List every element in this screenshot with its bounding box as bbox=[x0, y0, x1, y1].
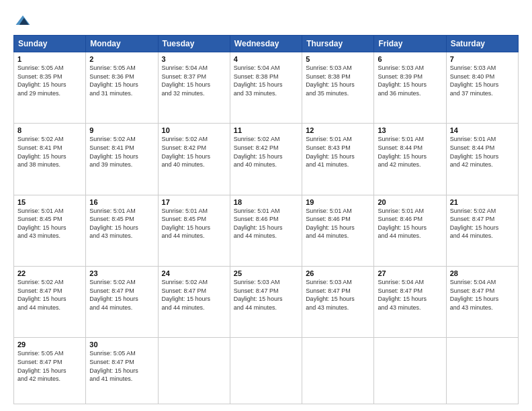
day-info: Sunrise: 5:01 AM Sunset: 8:45 PM Dayligh… bbox=[89, 207, 154, 240]
day-number: 18 bbox=[234, 198, 298, 206]
calendar-cell: 30Sunrise: 5:05 AM Sunset: 8:47 PM Dayli… bbox=[86, 338, 158, 404]
logo-icon bbox=[13, 11, 32, 30]
calendar-day-header: Sunday bbox=[14, 36, 86, 52]
calendar-day-header: Thursday bbox=[302, 36, 374, 52]
day-number: 5 bbox=[306, 55, 370, 63]
day-info: Sunrise: 5:03 AM Sunset: 8:47 PM Dayligh… bbox=[234, 278, 298, 312]
day-number: 29 bbox=[17, 340, 82, 349]
day-number: 9 bbox=[89, 126, 154, 134]
day-info: Sunrise: 5:03 AM Sunset: 8:38 PM Dayligh… bbox=[306, 64, 370, 97]
day-number: 8 bbox=[17, 126, 82, 134]
day-info: Sunrise: 5:05 AM Sunset: 8:36 PM Dayligh… bbox=[89, 64, 154, 97]
day-number: 11 bbox=[234, 126, 298, 134]
calendar-cell: 11Sunrise: 5:02 AM Sunset: 8:42 PM Dayli… bbox=[230, 124, 302, 195]
calendar-cell bbox=[158, 338, 230, 404]
day-number: 10 bbox=[162, 126, 226, 134]
day-info: Sunrise: 5:04 AM Sunset: 8:47 PM Dayligh… bbox=[378, 278, 442, 312]
day-info: Sunrise: 5:01 AM Sunset: 8:46 PM Dayligh… bbox=[306, 207, 370, 240]
calendar-cell bbox=[302, 338, 374, 404]
logo bbox=[13, 11, 35, 30]
calendar-table: SundayMondayTuesdayWednesdayThursdayFrid… bbox=[13, 35, 519, 404]
calendar-cell: 1Sunrise: 5:05 AM Sunset: 8:35 PM Daylig… bbox=[14, 52, 86, 124]
day-number: 21 bbox=[450, 198, 515, 206]
day-info: Sunrise: 5:01 AM Sunset: 8:44 PM Dayligh… bbox=[378, 135, 442, 169]
calendar-cell: 17Sunrise: 5:01 AM Sunset: 8:45 PM Dayli… bbox=[158, 195, 230, 266]
calendar-cell: 16Sunrise: 5:01 AM Sunset: 8:45 PM Dayli… bbox=[86, 195, 158, 266]
calendar-cell: 14Sunrise: 5:01 AM Sunset: 8:44 PM Dayli… bbox=[446, 124, 518, 195]
day-number: 15 bbox=[17, 198, 82, 206]
day-number: 13 bbox=[378, 126, 442, 134]
calendar-cell: 20Sunrise: 5:01 AM Sunset: 8:46 PM Dayli… bbox=[374, 195, 446, 266]
calendar-week-row: 15Sunrise: 5:01 AM Sunset: 8:45 PM Dayli… bbox=[14, 195, 519, 266]
calendar-cell: 10Sunrise: 5:02 AM Sunset: 8:42 PM Dayli… bbox=[158, 124, 230, 195]
calendar-day-header: Wednesday bbox=[230, 36, 302, 52]
day-number: 30 bbox=[89, 340, 154, 349]
day-info: Sunrise: 5:01 AM Sunset: 8:45 PM Dayligh… bbox=[162, 207, 226, 240]
calendar-cell: 8Sunrise: 5:02 AM Sunset: 8:41 PM Daylig… bbox=[14, 124, 86, 195]
calendar-cell: 5Sunrise: 5:03 AM Sunset: 8:38 PM Daylig… bbox=[302, 52, 374, 124]
calendar-header-row: SundayMondayTuesdayWednesdayThursdayFrid… bbox=[14, 36, 519, 52]
day-info: Sunrise: 5:01 AM Sunset: 8:46 PM Dayligh… bbox=[378, 207, 442, 240]
day-number: 23 bbox=[89, 269, 154, 277]
calendar-cell: 6Sunrise: 5:03 AM Sunset: 8:39 PM Daylig… bbox=[374, 52, 446, 124]
calendar-cell: 3Sunrise: 5:04 AM Sunset: 8:37 PM Daylig… bbox=[158, 52, 230, 124]
calendar-cell: 27Sunrise: 5:04 AM Sunset: 8:47 PM Dayli… bbox=[374, 266, 446, 337]
calendar-day-header: Friday bbox=[374, 36, 446, 52]
calendar-cell: 29Sunrise: 5:05 AM Sunset: 8:47 PM Dayli… bbox=[14, 338, 86, 404]
calendar-cell: 7Sunrise: 5:03 AM Sunset: 8:40 PM Daylig… bbox=[446, 52, 518, 124]
calendar-week-row: 22Sunrise: 5:02 AM Sunset: 8:47 PM Dayli… bbox=[14, 266, 519, 337]
calendar-day-header: Monday bbox=[86, 36, 158, 52]
day-info: Sunrise: 5:02 AM Sunset: 8:47 PM Dayligh… bbox=[162, 278, 226, 312]
day-info: Sunrise: 5:04 AM Sunset: 8:38 PM Dayligh… bbox=[234, 64, 298, 97]
calendar-cell: 15Sunrise: 5:01 AM Sunset: 8:45 PM Dayli… bbox=[14, 195, 86, 266]
calendar-cell: 12Sunrise: 5:01 AM Sunset: 8:43 PM Dayli… bbox=[302, 124, 374, 195]
day-number: 26 bbox=[306, 269, 370, 277]
calendar-cell: 22Sunrise: 5:02 AM Sunset: 8:47 PM Dayli… bbox=[14, 266, 86, 337]
calendar-week-row: 1Sunrise: 5:05 AM Sunset: 8:35 PM Daylig… bbox=[14, 52, 519, 124]
day-number: 24 bbox=[162, 269, 226, 277]
day-info: Sunrise: 5:05 AM Sunset: 8:47 PM Dayligh… bbox=[17, 349, 82, 383]
calendar-day-header: Tuesday bbox=[158, 36, 230, 52]
calendar-cell: 9Sunrise: 5:02 AM Sunset: 8:41 PM Daylig… bbox=[86, 124, 158, 195]
day-number: 7 bbox=[450, 55, 515, 63]
day-number: 12 bbox=[306, 126, 370, 134]
day-info: Sunrise: 5:05 AM Sunset: 8:35 PM Dayligh… bbox=[17, 64, 82, 97]
day-number: 22 bbox=[17, 269, 82, 277]
day-number: 1 bbox=[17, 55, 82, 63]
calendar-cell: 25Sunrise: 5:03 AM Sunset: 8:47 PM Dayli… bbox=[230, 266, 302, 337]
calendar-day-header: Saturday bbox=[446, 36, 518, 52]
day-number: 4 bbox=[234, 55, 298, 63]
calendar-cell: 18Sunrise: 5:01 AM Sunset: 8:46 PM Dayli… bbox=[230, 195, 302, 266]
calendar-week-row: 29Sunrise: 5:05 AM Sunset: 8:47 PM Dayli… bbox=[14, 338, 519, 404]
day-number: 20 bbox=[378, 198, 442, 206]
day-info: Sunrise: 5:02 AM Sunset: 8:41 PM Dayligh… bbox=[17, 135, 82, 169]
day-number: 19 bbox=[306, 198, 370, 206]
day-info: Sunrise: 5:02 AM Sunset: 8:47 PM Dayligh… bbox=[89, 278, 154, 312]
day-number: 2 bbox=[89, 55, 154, 63]
calendar-cell: 2Sunrise: 5:05 AM Sunset: 8:36 PM Daylig… bbox=[86, 52, 158, 124]
day-number: 27 bbox=[378, 269, 442, 277]
calendar-cell: 23Sunrise: 5:02 AM Sunset: 8:47 PM Dayli… bbox=[86, 266, 158, 337]
calendar-week-row: 8Sunrise: 5:02 AM Sunset: 8:41 PM Daylig… bbox=[14, 124, 519, 195]
calendar-cell: 28Sunrise: 5:04 AM Sunset: 8:47 PM Dayli… bbox=[446, 266, 518, 337]
day-info: Sunrise: 5:04 AM Sunset: 8:37 PM Dayligh… bbox=[162, 64, 226, 97]
calendar-cell: 26Sunrise: 5:03 AM Sunset: 8:47 PM Dayli… bbox=[302, 266, 374, 337]
day-info: Sunrise: 5:05 AM Sunset: 8:47 PM Dayligh… bbox=[89, 349, 154, 383]
calendar-cell: 24Sunrise: 5:02 AM Sunset: 8:47 PM Dayli… bbox=[158, 266, 230, 337]
day-info: Sunrise: 5:01 AM Sunset: 8:46 PM Dayligh… bbox=[234, 207, 298, 240]
day-number: 3 bbox=[162, 55, 226, 63]
day-number: 28 bbox=[450, 269, 515, 277]
calendar-cell: 13Sunrise: 5:01 AM Sunset: 8:44 PM Dayli… bbox=[374, 124, 446, 195]
day-info: Sunrise: 5:02 AM Sunset: 8:47 PM Dayligh… bbox=[450, 207, 515, 240]
day-info: Sunrise: 5:04 AM Sunset: 8:47 PM Dayligh… bbox=[450, 278, 515, 312]
day-info: Sunrise: 5:02 AM Sunset: 8:42 PM Dayligh… bbox=[234, 135, 298, 169]
day-info: Sunrise: 5:03 AM Sunset: 8:40 PM Dayligh… bbox=[450, 64, 515, 97]
calendar-cell: 19Sunrise: 5:01 AM Sunset: 8:46 PM Dayli… bbox=[302, 195, 374, 266]
day-number: 14 bbox=[450, 126, 515, 134]
page: SundayMondayTuesdayWednesdayThursdayFrid… bbox=[0, 0, 532, 411]
calendar-body: 1Sunrise: 5:05 AM Sunset: 8:35 PM Daylig… bbox=[14, 52, 519, 404]
day-info: Sunrise: 5:02 AM Sunset: 8:42 PM Dayligh… bbox=[162, 135, 226, 169]
day-info: Sunrise: 5:02 AM Sunset: 8:41 PM Dayligh… bbox=[89, 135, 154, 169]
day-number: 16 bbox=[89, 198, 154, 206]
day-info: Sunrise: 5:03 AM Sunset: 8:39 PM Dayligh… bbox=[378, 64, 442, 97]
